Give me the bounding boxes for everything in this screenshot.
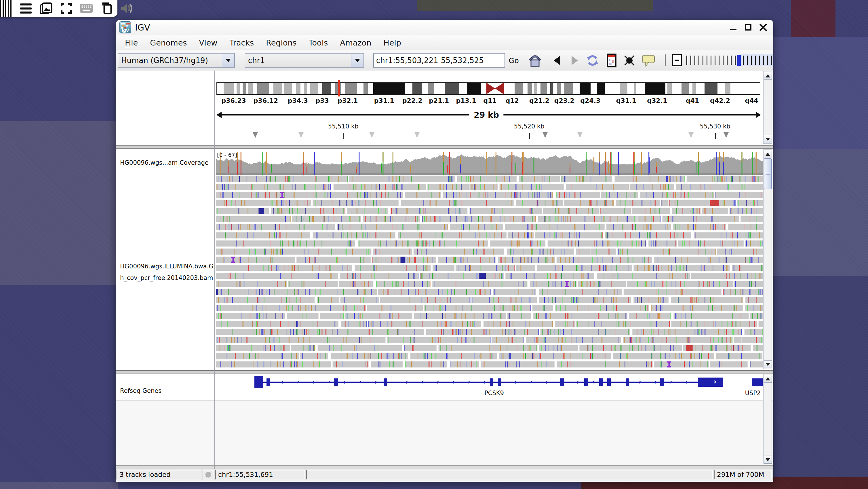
chromosome-panel-scrollbar[interactable]: [763, 71, 772, 144]
home-icon[interactable]: [528, 54, 542, 67]
igv-app-icon: igv: [119, 21, 131, 33]
menu-regions[interactable]: Regions: [260, 38, 303, 47]
menu-icon[interactable]: [20, 2, 32, 15]
gene-track-label[interactable]: Refseq Genes: [120, 387, 161, 394]
zoom-slider[interactable]: [686, 54, 773, 66]
gene-exon[interactable]: [660, 378, 664, 386]
gene-exon[interactable]: [698, 378, 723, 387]
alignment-canvas[interactable]: [216, 176, 763, 370]
gene-strand-arrow: ›: [468, 379, 470, 385]
roi-marker-icon[interactable]: [542, 132, 548, 138]
gene-intron-line[interactable]: [254, 381, 723, 383]
zoom-tick: [743, 56, 744, 65]
title-bar[interactable]: igv IGV: [116, 20, 773, 35]
roi-marker-icon[interactable]: [723, 132, 729, 138]
zoom-tick: [755, 56, 756, 65]
minimize-button[interactable]: [730, 24, 737, 31]
chevron-down-icon[interactable]: [351, 54, 364, 67]
gene-name-label[interactable]: USP2: [745, 390, 761, 397]
scroll-up-icon[interactable]: [764, 72, 772, 80]
cytoband-label: p36.12: [253, 97, 278, 104]
genome-select[interactable]: Human (GRCh37/hg19): [118, 53, 235, 68]
go-button[interactable]: Go: [505, 53, 522, 68]
gene-strand-arrow: ›: [639, 379, 642, 385]
locus-input[interactable]: [373, 53, 505, 68]
cytoband: [534, 83, 537, 94]
memory-status[interactable]: 291M of 700M: [714, 470, 772, 480]
cytoband: [528, 83, 532, 94]
screenshot-icon[interactable]: [40, 2, 52, 15]
cytoband: [296, 83, 301, 94]
gene-exon[interactable]: [384, 378, 387, 386]
resize-to-window-icon[interactable]: [622, 54, 636, 67]
panel-divider[interactable]: [214, 70, 215, 469]
refresh-icon[interactable]: [586, 54, 599, 67]
clipboard-icon[interactable]: [100, 2, 113, 15]
scroll-up-icon[interactable]: [764, 375, 772, 383]
roi-marker-icon[interactable]: [577, 132, 583, 138]
menu-tracks[interactable]: Tracks: [223, 38, 260, 47]
gene-panel-scrollbar[interactable]: [763, 374, 772, 464]
gene-exon[interactable]: [254, 376, 263, 388]
close-button[interactable]: [760, 24, 767, 31]
menu-help[interactable]: Help: [377, 38, 407, 47]
scroll-down-icon[interactable]: [764, 360, 772, 368]
toolbar: Human (GRCh37/hg19) chr1 Go: [116, 50, 773, 71]
scrollbar-thumb[interactable]: [764, 159, 772, 189]
scroll-down-icon[interactable]: [764, 135, 772, 143]
gene-strand-arrow: ›: [313, 379, 315, 385]
back-icon[interactable]: [550, 54, 564, 67]
menu-genomes[interactable]: Genomes: [144, 38, 193, 47]
gene-exon[interactable]: [752, 378, 763, 386]
fullscreen-icon[interactable]: [60, 2, 72, 15]
chromosome-ideogram[interactable]: [216, 82, 761, 95]
menu-amazon[interactable]: Amazon: [334, 38, 377, 47]
alignment-panel-scrollbar[interactable]: [763, 149, 772, 369]
ideogram-area[interactable]: p36.23p36.12p34.3p33p32.1p31.1p22.2p21.1…: [216, 70, 763, 145]
cytoband: [634, 83, 636, 94]
cursor-position-text: chr1:55,531,691: [218, 471, 273, 478]
gene-exon[interactable]: [490, 378, 493, 386]
alignment-track-label-line1[interactable]: HG00096.wgs.ILLUMINA.bwa.G: [120, 263, 214, 270]
roi-marker-icon[interactable]: [414, 132, 420, 138]
menu-file[interactable]: File: [119, 38, 144, 47]
tooltip-icon[interactable]: [642, 54, 655, 67]
zoom-slider-thumb[interactable]: [737, 55, 741, 66]
gene-exon[interactable]: [334, 378, 338, 386]
gene-row[interactable]: ›››››››››››››››››››››››PCSK9USP2: [216, 374, 763, 400]
keyboard-icon[interactable]: [80, 2, 93, 15]
chevron-down-icon[interactable]: [222, 54, 234, 67]
gene-exon[interactable]: [599, 378, 603, 386]
roi-marker-icon[interactable]: [369, 132, 374, 138]
roi-marker-icon[interactable]: [688, 132, 693, 138]
coverage-track-label[interactable]: HG00096.wgs...am Coverage: [120, 159, 209, 166]
gene-exon[interactable]: [607, 378, 611, 386]
scroll-up-icon[interactable]: [764, 150, 772, 158]
status-bar: 3 tracks loaded chr1:55,531,691 291M of …: [116, 469, 773, 480]
audio-icon[interactable]: [120, 2, 133, 15]
gene-exon[interactable]: [560, 378, 564, 386]
zoom-out-button[interactable]: [672, 54, 682, 66]
maximize-button[interactable]: [745, 24, 752, 31]
tracks-loaded-status: 3 tracks loaded: [117, 470, 202, 480]
main-content: p36.23p36.12p34.3p33p32.1p31.1p22.2p21.1…: [116, 70, 773, 469]
menu-tools[interactable]: Tools: [303, 38, 334, 47]
drag-handle-icon[interactable]: [0, 0, 12, 17]
cytoband: [310, 83, 318, 94]
gene-exon[interactable]: [498, 378, 501, 386]
gene-exon[interactable]: [584, 378, 588, 386]
define-region-icon[interactable]: [604, 54, 618, 67]
gene-name-label[interactable]: PCSK9: [484, 390, 504, 397]
chromosome-select[interactable]: chr1: [245, 53, 364, 68]
scroll-down-icon[interactable]: [764, 456, 772, 464]
coverage-canvas[interactable]: [216, 152, 763, 175]
menu-view[interactable]: View: [193, 38, 223, 47]
cytoband: [257, 83, 269, 94]
gene-exon[interactable]: [626, 378, 629, 386]
gene-exon[interactable]: [267, 378, 270, 386]
cytoband: [243, 83, 246, 94]
roi-marker-icon[interactable]: [253, 132, 258, 138]
roi-marker-icon[interactable]: [299, 132, 304, 138]
igv-window: igv IGV FileGenomesViewTracksRegionsTool…: [116, 20, 773, 482]
alignment-track-label-line2[interactable]: h_cov_pcr_free.20140203.bam: [120, 275, 213, 281]
